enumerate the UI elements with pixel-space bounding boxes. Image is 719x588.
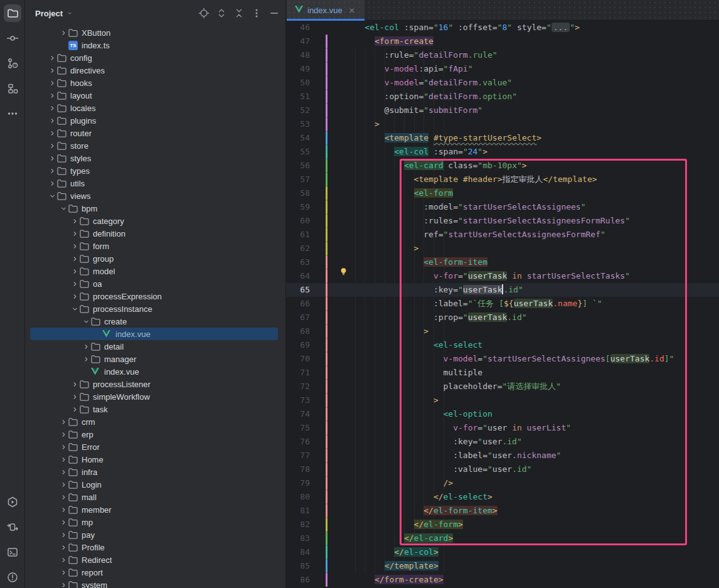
code-line-79[interactable]: 79 /> [286, 476, 719, 490]
code-line-65[interactable]: 65 :key="userTask.id" [286, 283, 719, 297]
code-line-83[interactable]: 83 </el-card> [286, 532, 719, 545]
hide-panel-icon[interactable] [268, 7, 280, 19]
chevron-right-icon[interactable] [70, 279, 80, 289]
code-line-71[interactable]: 71 multiple [286, 366, 719, 380]
tree-row-router[interactable]: router [25, 127, 285, 139]
code-line-78[interactable]: 78 :value="user.id" [286, 462, 719, 476]
chevron-right-icon[interactable] [58, 517, 68, 527]
tree-row-index-ts[interactable]: TSindex.ts [25, 39, 285, 51]
tree-row-pay[interactable]: pay [25, 528, 285, 541]
commit-tool-icon[interactable] [4, 29, 21, 47]
options-kebab-icon[interactable] [250, 7, 263, 19]
chevron-right-icon[interactable] [70, 404, 80, 414]
chevron-right-icon[interactable] [47, 103, 57, 113]
chevron-right-icon[interactable] [47, 128, 57, 138]
tree-row-store[interactable]: store [25, 139, 285, 152]
code-line-75[interactable]: 75 v-for="user in userList" [286, 421, 719, 435]
chevron-right-icon[interactable] [58, 555, 68, 565]
chevron-down-icon[interactable] [70, 304, 80, 314]
chevron-right-icon[interactable] [47, 153, 57, 163]
tree-row-config[interactable]: config [25, 51, 285, 64]
chevron-right-icon[interactable] [47, 141, 57, 151]
chevron-right-icon[interactable] [70, 216, 80, 226]
code-line-77[interactable]: 77 :label="user.nickname" [286, 449, 719, 462]
tree-row-mall[interactable]: mall [25, 491, 285, 503]
services-tool-icon[interactable] [4, 518, 21, 536]
tree-row-bpm[interactable]: bpm [25, 202, 285, 215]
tree-row-member[interactable]: member [25, 503, 285, 516]
tree-row-manager[interactable]: manager [25, 353, 285, 365]
code-line-85[interactable]: 85 </template> [286, 559, 719, 573]
code-line-60[interactable]: 60 :rules="startUserSelectAssigneesFormR… [286, 214, 719, 228]
code-line-62[interactable]: 62 > [286, 242, 719, 255]
collapse-all-icon[interactable] [233, 7, 245, 19]
tree-row-form[interactable]: form [25, 240, 285, 252]
code-line-66[interactable]: 66 :label="`任务 [${userTask.name}] `" [286, 297, 719, 311]
tree-row-index-vue[interactable]: index.vue [25, 365, 285, 378]
chevron-right-icon[interactable] [70, 241, 80, 251]
tree-row-group[interactable]: group [25, 252, 285, 265]
chevron-right-icon[interactable] [81, 354, 91, 364]
code-line-81[interactable]: 81 </el-form-item> [286, 504, 719, 518]
code-line-80[interactable]: 80 </el-select> [286, 490, 719, 504]
tree-row-mp[interactable]: mp [25, 516, 285, 528]
code-area[interactable]: 46 <el-col :span="16" :offset="8" style=… [286, 21, 719, 588]
tree-row-simpleWorkflow[interactable]: simpleWorkflow [25, 390, 285, 403]
chevron-right-icon[interactable] [47, 90, 57, 100]
tree-row-directives[interactable]: directives [25, 64, 285, 77]
chevron-right-icon[interactable] [47, 178, 57, 188]
chevron-right-icon[interactable] [58, 467, 68, 477]
tree-row-layout[interactable]: layout [25, 89, 285, 102]
chevron-down-icon[interactable] [58, 203, 68, 213]
tree-row-Login[interactable]: Login [25, 478, 285, 491]
chevron-right-icon[interactable] [70, 266, 80, 276]
tree-row-task[interactable]: task [25, 403, 285, 415]
code-line-50[interactable]: 50 v-model="detailForm.value" [286, 76, 719, 90]
chevron-right-icon[interactable] [81, 341, 91, 351]
code-line-48[interactable]: 48 :rule="detailForm.rule" [286, 48, 719, 62]
chevron-right-icon[interactable] [47, 78, 57, 88]
chevron-right-icon[interactable] [70, 392, 80, 402]
chevron-right-icon[interactable] [47, 115, 57, 126]
tree-row-definition[interactable]: definition [25, 227, 285, 240]
code-line-56[interactable]: 56 <el-card class="mb-10px"> [286, 159, 719, 173]
code-line-63[interactable]: 63 <el-form-item [286, 255, 719, 269]
chevron-down-icon[interactable] [47, 191, 57, 201]
chevron-right-icon[interactable] [58, 580, 68, 588]
code-line-54[interactable]: 54 <template #type-startUserSelect> [286, 131, 719, 145]
intention-bulb-icon[interactable] [339, 267, 349, 277]
tree-row-report[interactable]: report [25, 566, 285, 579]
code-line-76[interactable]: 76 :key="user.id" [286, 435, 719, 449]
code-line-82[interactable]: 82 </el-form> [286, 518, 719, 532]
run-tool-icon[interactable] [4, 493, 21, 511]
code-line-55[interactable]: 55 <el-col :span="24"> [286, 145, 719, 159]
chevron-right-icon[interactable] [58, 417, 68, 427]
tree-row-processExpression[interactable]: processExpression [25, 290, 285, 302]
chevron-right-icon[interactable] [58, 530, 68, 540]
tree-row-Profile[interactable]: Profile [25, 541, 285, 553]
code-line-84[interactable]: 84 </el-col> [286, 545, 719, 559]
chevron-down-icon[interactable] [67, 9, 73, 18]
project-tool-icon[interactable] [4, 4, 21, 22]
code-line-68[interactable]: 68 > [286, 324, 719, 338]
tree-row-hooks[interactable]: hooks [25, 77, 285, 89]
more-tools-icon[interactable] [4, 105, 21, 122]
chevron-right-icon[interactable] [70, 379, 80, 389]
tree-row-oa[interactable]: oa [25, 277, 285, 290]
chevron-right-icon[interactable] [58, 505, 68, 515]
tree-row-erp[interactable]: erp [25, 428, 285, 441]
code-line-72[interactable]: 72 placeholder="请选择审批人" [286, 380, 719, 393]
tree-row-plugins[interactable]: plugins [25, 114, 285, 127]
close-tab-icon[interactable]: ✕ [349, 6, 355, 15]
chevron-right-icon[interactable] [58, 429, 68, 439]
chevron-right-icon[interactable] [47, 65, 57, 75]
code-line-64[interactable]: 64 v-for="userTask in startUserSelectTas… [286, 269, 719, 283]
code-line-67[interactable]: 67 :prop="userTask.id" [286, 311, 719, 324]
code-line-59[interactable]: 59 :model="startUserSelectAssignees" [286, 200, 719, 214]
code-line-46[interactable]: 46 <el-col :span="16" :offset="8" style=… [286, 21, 719, 35]
chevron-right-icon[interactable] [58, 28, 68, 38]
chevron-right-icon[interactable] [58, 542, 68, 552]
tree-row-Redirect[interactable]: Redirect [25, 553, 285, 566]
structure-tool-icon[interactable] [4, 80, 21, 97]
tree-row-styles[interactable]: styles [25, 152, 285, 164]
